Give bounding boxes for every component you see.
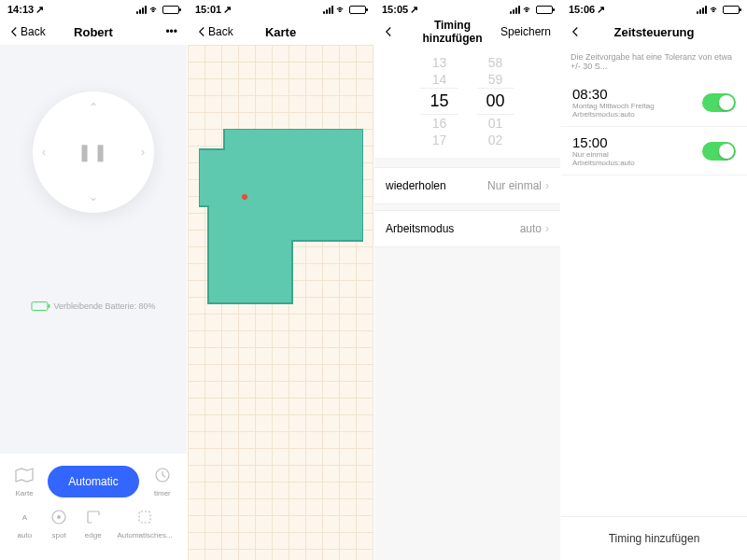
repeat-label: wiederholen: [386, 179, 446, 192]
battery-level-icon: [31, 301, 48, 311]
picker-option: 16: [420, 115, 458, 132]
phone-add-timer: 15:05↗ ᯤ Timing hinzufügen Speichern 13 …: [374, 0, 560, 560]
back-button[interactable]: Back: [197, 25, 233, 38]
location-icon: ↗: [410, 4, 418, 16]
picker-option: 01: [477, 115, 514, 132]
karte-button[interactable]: Karte: [14, 465, 35, 497]
bottom-panel: Karte Automatic timer A auto spo: [0, 454, 187, 560]
picker-option: 14: [420, 71, 458, 88]
hour-column[interactable]: 13 14 15 16 17: [420, 54, 458, 148]
dpad-down[interactable]: ⌄: [89, 190, 98, 203]
schedule-mode: Arbeitsmodus:auto: [572, 159, 635, 167]
picker-selected: 00: [477, 88, 514, 115]
picker-option: 17: [420, 132, 458, 148]
repeat-row[interactable]: wiederholen Nur einmal›: [374, 167, 560, 204]
schedule-item[interactable]: 15:00 Nur einmal Arbeitsmodus:auto: [561, 127, 747, 175]
schedule-days: Nur einmal: [572, 150, 635, 159]
svg-rect-3: [139, 511, 150, 523]
minute-column[interactable]: 58 59 00 01 02: [477, 54, 514, 148]
location-icon: ↗: [223, 4, 232, 16]
battery-icon: [536, 6, 553, 14]
edge-mode-button[interactable]: edge: [83, 507, 104, 539]
status-time: 15:05: [382, 4, 408, 15]
signal-icon: [323, 6, 333, 14]
auto-label: auto: [18, 531, 33, 539]
signal-icon: [510, 6, 520, 14]
schedule-toggle[interactable]: [702, 93, 736, 112]
wifi-icon: ᯤ: [149, 4, 160, 15]
status-bar: 15:01↗ ᯤ: [188, 0, 374, 19]
status-time: 15:01: [195, 4, 221, 15]
schedule-time: 08:30: [572, 86, 655, 102]
schedule-item[interactable]: 08:30 Montag Mittwoch Freitag Arbeitsmod…: [561, 78, 747, 127]
chevron-right-icon: ›: [545, 179, 549, 192]
back-button[interactable]: Back: [9, 25, 46, 38]
dpad-up[interactable]: ⌃: [89, 101, 98, 114]
page-title: Robert: [74, 25, 113, 39]
edge-label: edge: [85, 531, 102, 539]
spot-icon: [49, 507, 69, 527]
battery-icon: [723, 6, 740, 14]
header: Back Karte: [188, 19, 374, 45]
save-button[interactable]: Speichern: [500, 25, 551, 38]
clock-icon: [152, 465, 173, 485]
back-button[interactable]: [571, 26, 582, 37]
wifi-icon: ᯤ: [523, 4, 533, 15]
wifi-icon: ᯤ: [710, 4, 720, 15]
phone-control: 14:13↗ ᯤ Back Robert ••• ⌃ ⌄ ‹ › ❚❚: [0, 0, 187, 560]
header: Timing hinzufügen Speichern: [374, 19, 560, 45]
status-bar: 15:06↗ ᯤ: [561, 0, 747, 19]
picker-selected: 15: [420, 88, 458, 115]
more-button[interactable]: •••: [165, 25, 177, 38]
pause-button[interactable]: ❚❚: [78, 142, 109, 162]
time-picker[interactable]: 13 14 15 16 17 58 59 00 01 02: [374, 45, 560, 158]
spot-label: spot: [51, 531, 65, 539]
svg-point-2: [57, 515, 61, 519]
schedule-time: 15:00: [572, 134, 635, 150]
page-title: Zeitsteuerung: [614, 25, 695, 39]
schedule-toggle[interactable]: [702, 142, 736, 161]
location-icon: ↗: [35, 4, 44, 16]
recharge-label: Automatisches...: [117, 531, 172, 539]
location-icon: ↗: [597, 4, 605, 16]
picker-option: 58: [477, 54, 514, 71]
edge-icon: [83, 507, 104, 527]
battery-icon: [162, 6, 179, 14]
picker-option: 59: [477, 71, 514, 88]
auto-mode-button[interactable]: A auto: [14, 507, 35, 539]
wifi-icon: ᯤ: [336, 4, 346, 15]
status-time: 14:13: [7, 4, 34, 15]
workmode-row[interactable]: Arbeitsmodus auto›: [374, 210, 560, 247]
battery-label: Verbleibende Batterie: 80%: [53, 301, 155, 311]
auto-icon: A: [14, 507, 35, 527]
phone-map: 15:01↗ ᯤ Back Karte: [187, 0, 374, 560]
page-title: Timing hinzufügen: [395, 19, 500, 45]
tolerance-notice: Die Zeitvorgabe hat eine Toleranz von et…: [561, 45, 747, 78]
page-title: Karte: [265, 25, 296, 39]
header: Back Robert •••: [0, 19, 187, 45]
dpad-left[interactable]: ‹: [42, 146, 46, 159]
schedule-mode: Arbeitsmodus:auto: [572, 110, 655, 119]
phone-schedule: 15:06↗ ᯤ Zeitsteuerung Die Zeitvorgabe h…: [560, 0, 747, 560]
workmode-label: Arbeitsmodus: [386, 222, 454, 235]
repeat-value: Nur einmal: [487, 179, 542, 192]
add-timing-button[interactable]: Timing hinzufügen: [561, 516, 747, 560]
back-label: Back: [208, 25, 233, 38]
battery-status: Verbleibende Batterie: 80%: [31, 301, 155, 311]
recharge-icon: [134, 507, 155, 527]
picker-option: 13: [420, 54, 458, 71]
room-shape: [199, 129, 363, 315]
status-bar: 14:13↗ ᯤ: [0, 0, 187, 19]
automatic-button[interactable]: Automatic: [48, 466, 138, 497]
auto-recharge-button[interactable]: Automatisches...: [117, 507, 172, 539]
signal-icon: [697, 6, 707, 14]
spot-mode-button[interactable]: spot: [49, 507, 69, 539]
timer-button[interactable]: timer: [152, 465, 173, 497]
direction-dial: ⌃ ⌄ ‹ › ❚❚: [33, 91, 154, 213]
dpad-right[interactable]: ›: [141, 146, 145, 159]
chevron-right-icon: ›: [545, 222, 549, 235]
signal-icon: [136, 6, 147, 14]
back-button[interactable]: [384, 26, 395, 37]
map-area[interactable]: [188, 45, 374, 560]
picker-option: 02: [477, 132, 514, 148]
